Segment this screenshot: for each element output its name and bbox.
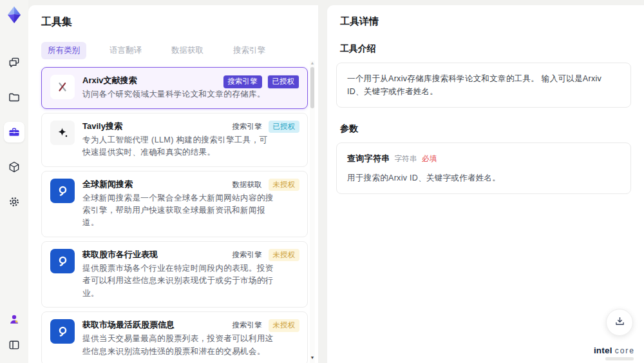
scroll-down-arrow[interactable]: ▼ [310,355,315,360]
category-badge: 搜索引擎 [231,121,263,133]
tools-panel: 工具集 所有类别 语言翻译 数据获取 搜索引擎 Arxiv文献搜索 访问各个研究… [28,5,318,363]
intro-heading: 工具介绍 [336,43,631,55]
tool-list: Arxiv文献搜索 访问各个研究领域大量科学论文和文章的存储库。 搜索引擎 已授… [41,67,308,363]
auth-status-badge: 未授权 [269,319,300,332]
auth-status-badge: 已授权 [267,75,300,89]
sidebar [0,0,28,363]
detail-panel: 工具详情 工具介绍 一个用于从Arxiv存储库搜索科学论文和文章的工具。 输入可… [327,5,644,363]
auth-status-badge: 未授权 [269,179,300,191]
list-scrollbar[interactable]: ▲ ▼ [310,61,315,363]
chat-icon[interactable] [4,52,24,73]
tool-card[interactable]: Arxiv文献搜索 访问各个研究领域大量科学论文和文章的存储库。 搜索引擎 已授… [41,67,308,109]
scroll-up-arrow[interactable]: ▲ [310,61,315,66]
category-badge: 搜索引擎 [223,75,262,88]
tool-card[interactable]: Tavily搜索 专为人工智能代理 (LLM) 构建的搜索引擎工具，可快速提供实… [41,113,308,167]
params-heading: 参数 [336,123,631,135]
category-tab[interactable]: 数据获取 [165,42,210,59]
rail-bottom [4,309,24,355]
intel-wordmark: intel [594,346,612,355]
tool-intro-text: 一个用于从Arxiv存储库搜索科学论文和文章的工具。 输入可以是Arxiv ID… [336,63,631,108]
auth-status-badge: 已授权 [269,121,300,133]
tool-description: 提供当天交易量最高的股票列表，投资者可以利用这些信息来识别流动性强的股票和潜在的… [82,333,274,358]
tool-description: 提供股票市场各个行业在特定时间段内的表现。投资者可以利用这些信息来识别表现优于或… [82,262,274,300]
tool-icon [50,179,75,203]
scroll-thumb[interactable] [310,67,314,108]
package-icon[interactable] [4,157,24,177]
intel-core-logo: intel core [594,346,635,355]
panel-divider [318,5,327,363]
param-desc: 用于搜索的Arxiv ID、关键字或作者姓名。 [347,172,620,184]
tool-description: 全球新闻搜索是一个聚合全球各大新闻网站内容的搜索引擎，帮助用户快速获取全球最新资… [82,192,274,230]
param-required-flag: 必填 [422,153,437,164]
download-icon [614,315,626,329]
rail-nav [4,52,24,212]
category-badge: 数据获取 [231,179,263,191]
sidebar-toggle-icon[interactable] [4,335,24,355]
tool-description: 专为人工智能代理 (LLM) 构建的搜索引擎工具，可快速提供实时、准确和真实的结… [82,134,274,159]
logo-subtext [605,357,634,360]
tool-card[interactable]: 全球新闻搜索 全球新闻搜索是一个聚合全球各大新闻网站内容的搜索引擎，帮助用户快速… [41,171,308,237]
app-root: 工具集 所有类别 语言翻译 数据获取 搜索引擎 Arxiv文献搜索 访问各个研究… [0,0,644,363]
settings-gear-icon[interactable] [4,191,24,212]
content-area: 工具集 所有类别 语言翻译 数据获取 搜索引擎 Arxiv文献搜索 访问各个研究… [28,5,644,363]
category-tabs: 所有类别 语言翻译 数据获取 搜索引擎 [41,42,305,59]
tool-icon [50,319,75,344]
detail-title: 工具详情 [336,15,631,28]
app-logo-icon [5,6,23,24]
folder-icon[interactable] [4,87,24,108]
user-icon[interactable] [4,309,24,329]
tool-card[interactable]: 获取市场最活跃股票信息 提供当天交易量最高的股票列表，投资者可以利用这些信息来识… [41,311,308,363]
core-wordmark: core [615,346,635,355]
param-type: 字符串 [395,153,417,164]
category-badge: 搜索引擎 [231,249,263,262]
category-tab[interactable]: 所有类别 [41,42,86,59]
page-title: 工具集 [41,15,305,29]
tool-icon [50,249,75,273]
tool-description: 访问各个研究领域大量科学论文和文章的存储库。 [82,88,265,101]
category-tab[interactable]: 语言翻译 [103,42,148,59]
param-box: 查询字符串 字符串 必填 用于搜索的Arxiv ID、关键字或作者姓名。 [336,142,631,194]
category-tab[interactable]: 搜索引擎 [227,42,272,59]
category-badge: 搜索引擎 [231,319,263,332]
tool-card[interactable]: 获取股市各行业表现 提供股票市场各个行业在特定时间段内的表现。投资者可以利用这些… [41,241,308,308]
toolbox-icon[interactable] [4,122,24,142]
param-name: 查询字符串 [347,152,390,166]
tool-icon [50,75,75,99]
download-button[interactable] [606,309,633,336]
tool-icon [50,121,75,145]
auth-status-badge: 未授权 [269,249,300,262]
